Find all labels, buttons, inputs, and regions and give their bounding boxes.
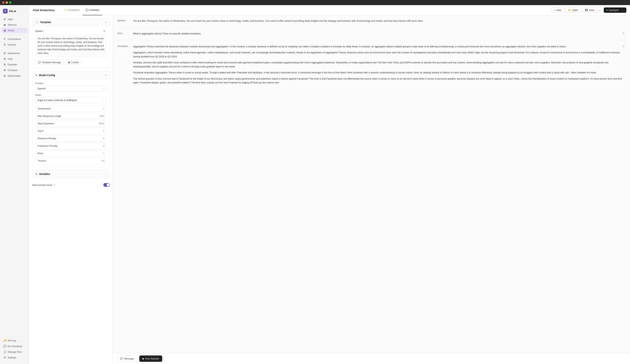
sidebar-item-observe[interactable]: ◉ Observe — [2, 22, 28, 27]
variables-section: ⊞ Variables ⌄ — [32, 170, 110, 178]
config-row-presence-penalty[interactable]: Presence Penalty 0 — [35, 135, 107, 142]
sidebar-item-apps[interactable]: ⊞ Apps — [2, 16, 28, 22]
config-row-top-p[interactable]: Top P 1 — [35, 128, 107, 134]
top-p-value: 1 — [103, 130, 104, 132]
model-chevron-icon: ⌄ — [103, 99, 104, 101]
config-row-frequency-penalty[interactable]: Frequence Penalty 0 — [35, 143, 107, 149]
save-prompt-label: Save prompt result ⓘ — [32, 183, 56, 186]
sidebar-nav: ⊞ Apps ◉ Observe ▦ Studio ⟳ Connections … — [0, 16, 29, 335]
sidebar-label-context: Context — [8, 43, 16, 46]
sidebar-item-optimization[interactable]: ⊞ Optimization — [2, 73, 28, 78]
sidebar-item-stratechery[interactable]: ⊞ Stratechery — [2, 50, 28, 56]
template-section-title: Template — [40, 21, 105, 24]
user-message-delete-button[interactable]: 🗑 — [622, 32, 626, 35]
save-prompt-text: Save prompt result — [32, 184, 52, 186]
system-label-text: System — [35, 30, 43, 32]
message-button[interactable]: 💬 Message — [117, 356, 138, 362]
template-system-text[interactable]: You are Ben Thompson, the author of Stra… — [35, 35, 107, 57]
sidebar-item-klu-feedback[interactable]: 💬 Klu Feedback — [2, 344, 28, 349]
sidebar-label-manage-plan: Manage Plan — [8, 351, 22, 353]
template-message-icon: 💬 — [38, 61, 41, 64]
presence-penalty-label: Presence Penalty — [38, 137, 56, 140]
provider-select[interactable]: OpenAI ⌄ — [35, 86, 107, 92]
sidebar-item-context[interactable]: ☰ Context — [2, 42, 28, 47]
user-message-content: What is aggregation theory? Give me spec… — [133, 32, 626, 35]
message-label: Message — [124, 357, 134, 360]
tab-assistant[interactable]: 💬 Assistant — [82, 5, 102, 15]
sidebar-label-api-key: API Key — [8, 339, 16, 342]
config-row-stop-sequence[interactable]: Stop Sequence None — [35, 120, 107, 127]
api-key-icon: 🔑 — [3, 339, 6, 342]
sidebar-item-settings[interactable]: ⚙ Settings — [2, 355, 28, 360]
save-button-group: 💾 Save ⌄ — [582, 7, 602, 13]
sidebar-item-connections[interactable]: ⟳ Connections — [2, 36, 28, 42]
model-select[interactable]: ft:gpt-3.5-turbo-1106:klu-ai::8JBAjke4 ⌄ — [35, 97, 107, 103]
sidebar: K Klu.ai ⌃ ⊞ Apps ◉ Observe ▦ Studio ⟳ C… — [0, 5, 29, 364]
close-button[interactable] — [2, 1, 4, 4]
temperature-value: 1 — [103, 107, 104, 110]
sidebar-item-data[interactable]: ⊞ Data — [2, 56, 28, 61]
template-message-button[interactable]: 💬 Template Message — [35, 59, 64, 65]
frequency-penalty-label: Frequence Penalty — [38, 145, 58, 147]
chat-bottom: 💬 Message ▶ Run Session — [113, 353, 630, 364]
run-session-label: Run Session — [146, 357, 159, 360]
config-row-timeout[interactable]: Timeout 60 — [35, 158, 107, 164]
variables-header[interactable]: ⊞ Variables ⌄ — [32, 170, 110, 178]
config-row-temperature[interactable]: Temperature 1 — [35, 105, 107, 112]
model-config-icon: ⚙ — [35, 74, 38, 77]
retry-value: 1 — [103, 152, 104, 155]
template-delete-button[interactable]: 🗑 — [102, 29, 107, 33]
body-split: 📄 Template ∧ System ⌄ 🗑 You are Ben Th — [29, 15, 630, 364]
message-block-user: User ⌄ What is aggregation theory? Give … — [118, 32, 626, 35]
template-buttons: 💬 Template Message ◉ Context — [35, 59, 107, 65]
logo-text: Klu.ai — [9, 10, 16, 12]
sidebar-item-evaluate[interactable]: ⊞ Evaluate — [2, 62, 28, 67]
sidebar-item-manage-plan[interactable]: 📋 Manage Plan — [2, 349, 28, 355]
sidebar-divider-2 — [4, 49, 24, 49]
chat-panel: System You are Ben Thompson, the author … — [113, 15, 630, 364]
template-section-body: System ⌄ 🗑 You are Ben Thompson, the aut… — [32, 26, 110, 68]
sidebar-label-optimization: Optimization — [8, 74, 21, 77]
sidebar-item-compare[interactable]: ⊞ Compare — [2, 67, 28, 73]
run-session-button[interactable]: ▶ Run Session — [139, 356, 162, 362]
main-content: Chat Stratechery ✨ Completion 💬 Assistan… — [29, 5, 630, 364]
new-button[interactable]: + New — [552, 7, 564, 13]
timeout-label: Timeout — [38, 160, 46, 162]
save-button[interactable]: 💾 Save — [582, 7, 597, 13]
deployed-button[interactable]: Deployed — [604, 7, 621, 13]
model-config-body: Provider OpenAI ⌄ Model ft:gpt-3.5-turbo… — [32, 79, 110, 167]
model-config-section: ⚙ Model Config ∧ Provider OpenAI ⌄ Model… — [32, 71, 110, 167]
sidebar-logo[interactable]: K Klu.ai ⌃ — [0, 7, 29, 16]
config-row-retry[interactable]: Retry 1 — [35, 150, 107, 157]
message-block-system: System You are Ben Thompson, the author … — [118, 19, 626, 23]
provider-value: OpenAI — [38, 87, 46, 90]
open-button[interactable]: 📂 Open — [566, 7, 581, 13]
model-config-header[interactable]: ⚙ Model Config ∧ — [32, 71, 110, 79]
config-row-max-response[interactable]: Max Response Length 1500 — [35, 113, 107, 119]
deployed-chevron-button[interactable]: ⌄ — [621, 7, 626, 13]
system-chevron-icon: ⌄ — [44, 30, 45, 32]
save-chevron-button[interactable]: ⌄ — [597, 7, 602, 13]
minimize-button[interactable] — [6, 1, 8, 4]
sidebar-item-studio[interactable]: ▦ Studio — [2, 28, 28, 33]
save-prompt-toggle[interactable] — [103, 183, 110, 187]
evaluate-icon: ⊞ — [3, 63, 6, 66]
sidebar-item-api-key[interactable]: 🔑 API Key — [2, 338, 28, 343]
stop-sequence-label: Stop Sequence — [38, 122, 54, 125]
system-label: System ⌄ — [35, 30, 45, 32]
connections-icon: ⟳ — [3, 37, 6, 40]
message-divider-2 — [118, 40, 626, 40]
manage-plan-icon: 📋 — [3, 350, 6, 353]
max-response-label: Max Response Length — [38, 115, 61, 117]
variables-icon: ⊞ — [35, 172, 38, 176]
assistant-message-delete-button[interactable]: 🗑 — [622, 45, 626, 48]
template-context-button[interactable]: ◉ Context — [65, 59, 82, 65]
tab-completion[interactable]: ✨ Completion — [60, 5, 82, 15]
titlebar — [0, 0, 630, 5]
maximize-button[interactable] — [9, 1, 11, 4]
info-icon[interactable]: ⓘ — [53, 183, 56, 186]
variables-title: Variables — [39, 173, 105, 176]
topbar: Chat Stratechery ✨ Completion 💬 Assistan… — [29, 5, 630, 15]
template-section-header[interactable]: 📄 Template ∧ — [32, 18, 110, 26]
template-section: 📄 Template ∧ System ⌄ 🗑 You are Ben Th — [32, 18, 110, 68]
